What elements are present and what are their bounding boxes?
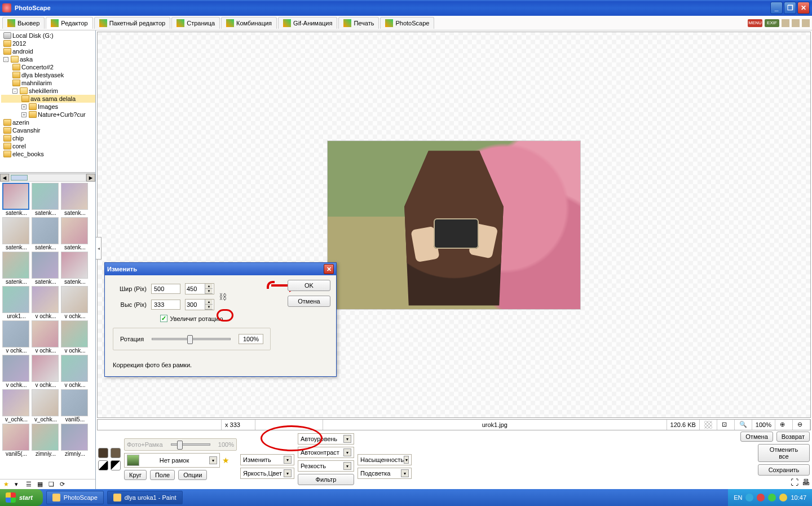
thumbnail[interactable]: v ochk... [32, 286, 60, 319]
thumbnail[interactable]: urok1... [2, 286, 30, 319]
scroll-thumb[interactable] [11, 175, 28, 181]
link-icon[interactable]: ⛓ [219, 292, 227, 301]
zoom-icon[interactable]: 🔍 [739, 421, 747, 429]
tree-item[interactable]: dlya blestyasek [1, 71, 95, 79]
fit-icon[interactable]: ⊡ [722, 421, 730, 429]
ok-button[interactable]: OK [288, 280, 330, 291]
thumbnail[interactable]: v ochk... [61, 355, 89, 388]
tree-item[interactable]: ava sama delala [1, 95, 95, 103]
tree-item[interactable]: azerin [1, 118, 95, 126]
tree-hscroll[interactable]: ◄ ► [0, 173, 95, 182]
tree-item[interactable]: Concerto#2 [1, 63, 95, 71]
save-button[interactable]: Сохранить [758, 464, 810, 476]
thumbnail[interactable]: v ochk... [61, 320, 89, 354]
tool-icon[interactable] [782, 19, 789, 27]
tree-item[interactable]: Local Disk (G:) [1, 32, 95, 39]
folder-tree[interactable]: Local Disk (G:)2012android-askaConcerto#… [0, 30, 95, 173]
spin-down-icon[interactable]: ▼ [205, 289, 213, 294]
autocontrast-dropdown[interactable]: Автоконтраст ▾ [298, 447, 354, 458]
spin-up-icon[interactable]: ▲ [205, 300, 213, 305]
tree-item[interactable]: -shekillerim [1, 87, 95, 95]
undo-all-button[interactable]: Отменить все [758, 444, 810, 462]
tree-item[interactable]: Cavanshir [1, 126, 95, 134]
spin-down-icon[interactable]: ▼ [205, 305, 213, 310]
taskbar-item[interactable]: PhotoScape [46, 491, 104, 504]
expand-icon[interactable]: + [21, 112, 27, 117]
thumbnail[interactable]: zimniy... [32, 424, 60, 457]
saturation-dropdown[interactable]: Насыщенность ▾ [358, 454, 412, 465]
tab-Вьювер[interactable]: Вьювер [2, 17, 45, 29]
taskbar-item[interactable]: dlya uroka1 - Paint [107, 491, 183, 504]
rotation-percent[interactable]: 100% [239, 334, 263, 344]
backlight-dropdown[interactable]: Подсветка ▾ [358, 468, 412, 479]
options-button[interactable]: Опции [178, 470, 207, 480]
thumbnail[interactable]: v ochk... [2, 355, 30, 388]
tree-item[interactable]: chip [1, 134, 95, 142]
zoom-out-icon[interactable]: ⊖ [797, 421, 805, 429]
page-icon[interactable]: ❏ [48, 481, 56, 489]
thumbnail[interactable]: v ochk... [32, 320, 60, 354]
tab-Печать[interactable]: Печать [338, 17, 379, 29]
fullscreen-icon[interactable]: ⛶ [791, 478, 798, 487]
minimize-button[interactable]: _ [770, 2, 783, 14]
tree-item[interactable]: mahnilarim [1, 79, 95, 87]
tab-Комбинация[interactable]: Комбинация [221, 17, 277, 29]
maximize-button[interactable]: ❐ [784, 2, 796, 14]
thumbnail[interactable]: satenk... [32, 183, 60, 216]
thumbnail[interactable]: satenk... [2, 252, 30, 285]
system-tray[interactable]: EN 10:47 [728, 489, 812, 506]
print-icon[interactable]: 🖶 [802, 478, 810, 487]
lang-indicator[interactable]: EN [734, 494, 742, 501]
expand-icon[interactable]: - [12, 89, 17, 94]
frame-dropdown[interactable]: Нет рамок ▾ [124, 453, 220, 468]
thumbnail-grid[interactable]: satenk...satenk...satenk...satenk...sate… [0, 182, 95, 479]
tool-icon[interactable] [792, 19, 800, 27]
thumbnail[interactable]: v_ochk... [32, 389, 60, 423]
bw-swatch[interactable] [98, 460, 108, 470]
sharpness-dropdown[interactable]: Резкость ▾ [298, 460, 354, 472]
thumbnail[interactable]: satenk... [2, 183, 30, 216]
zoom-in-icon[interactable]: ⊕ [780, 421, 788, 429]
tree-item[interactable]: +Images [1, 103, 95, 111]
star-icon[interactable]: ★ [3, 481, 11, 489]
tree-item[interactable]: 2012 [1, 39, 95, 47]
enlarge-checkbox[interactable]: ✓ [160, 315, 167, 322]
tab-PhotoScape[interactable]: PhotoScape [380, 17, 434, 29]
tab-Gif-Анимация[interactable]: Gif-Анимация [278, 17, 337, 29]
tray-icon[interactable] [779, 494, 787, 501]
thumbnail[interactable]: v ochk... [2, 320, 30, 354]
thumbnail[interactable]: v ochk... [61, 286, 89, 319]
width-input[interactable]: ▲▼ [185, 283, 214, 294]
menu-badge[interactable]: MENU [748, 19, 762, 27]
tab-Редактор[interactable]: Редактор [46, 17, 92, 29]
height-input[interactable]: ▲▼ [185, 299, 214, 310]
tray-icon[interactable] [757, 494, 765, 501]
undo-button[interactable]: Отмена [740, 432, 773, 442]
start-button[interactable]: start [0, 489, 43, 506]
clock[interactable]: 10:47 [791, 494, 806, 501]
tree-item[interactable]: +Nature+Curb?cur [1, 111, 95, 118]
filter-button[interactable]: Фильтр [298, 474, 354, 485]
dark-swatch[interactable] [98, 448, 108, 458]
grid-icon[interactable]: ▦ [37, 481, 45, 489]
thumbnail[interactable]: satenk... [61, 217, 89, 250]
thumbnail[interactable]: v_ochk... [2, 389, 30, 423]
brown-swatch[interactable] [111, 448, 121, 458]
tab-Страница[interactable]: Страница [171, 17, 220, 29]
tree-item[interactable]: corel [1, 142, 95, 150]
thumbnail[interactable]: vanil5(... [2, 424, 30, 457]
spin-up-icon[interactable]: ▲ [205, 284, 213, 289]
thumbnail[interactable]: satenk... [2, 217, 30, 250]
close-button[interactable]: ✕ [797, 2, 810, 14]
cancel-button[interactable]: Отмена [288, 296, 330, 307]
exif-badge[interactable]: EXIF [765, 19, 779, 27]
tree-item[interactable]: elec_books [1, 150, 95, 158]
tab-Пакетный редактор[interactable]: Пакетный редактор [94, 17, 171, 29]
thumbnail[interactable]: satenk... [61, 183, 89, 216]
expand-icon[interactable]: + [21, 104, 27, 109]
tree-item[interactable]: android [1, 47, 95, 55]
expand-icon[interactable]: - [3, 57, 8, 62]
scroll-track[interactable] [9, 174, 86, 182]
down-icon[interactable]: ▾ [15, 481, 23, 489]
scroll-right-button[interactable]: ► [86, 174, 95, 182]
